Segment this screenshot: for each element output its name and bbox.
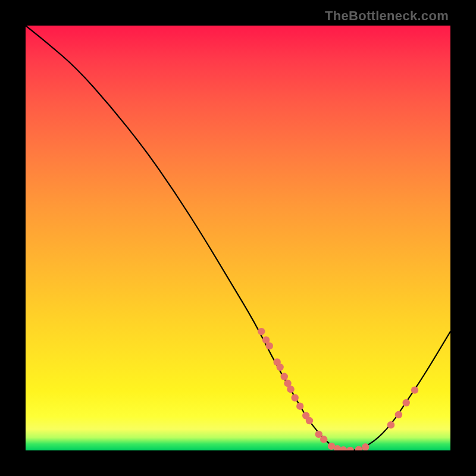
- chart-frame: TheBottleneck.com: [0, 0, 476, 476]
- curve-dot: [362, 443, 369, 450]
- curve-dot: [296, 403, 303, 410]
- curve-dot-markers: [258, 328, 418, 450]
- bottleneck-curve: [26, 26, 450, 450]
- watermark-text: TheBottleneck.com: [325, 8, 449, 24]
- curve-dot: [395, 411, 402, 418]
- curve-dot: [346, 447, 353, 450]
- curve-dot: [258, 328, 265, 335]
- curve-dot: [403, 399, 410, 406]
- curve-dot: [411, 386, 418, 393]
- curve-dot: [340, 446, 347, 450]
- curve-dot: [355, 446, 362, 450]
- plot-area: [26, 26, 450, 450]
- curve-dot: [266, 342, 273, 349]
- curve-dot: [287, 386, 294, 393]
- curve-dot: [320, 436, 327, 443]
- curve-dot: [306, 417, 313, 424]
- curve-dot: [281, 373, 288, 380]
- curve-layer: [26, 26, 450, 450]
- curve-dot: [277, 364, 284, 371]
- curve-dot: [292, 394, 299, 401]
- curve-dot: [387, 421, 394, 428]
